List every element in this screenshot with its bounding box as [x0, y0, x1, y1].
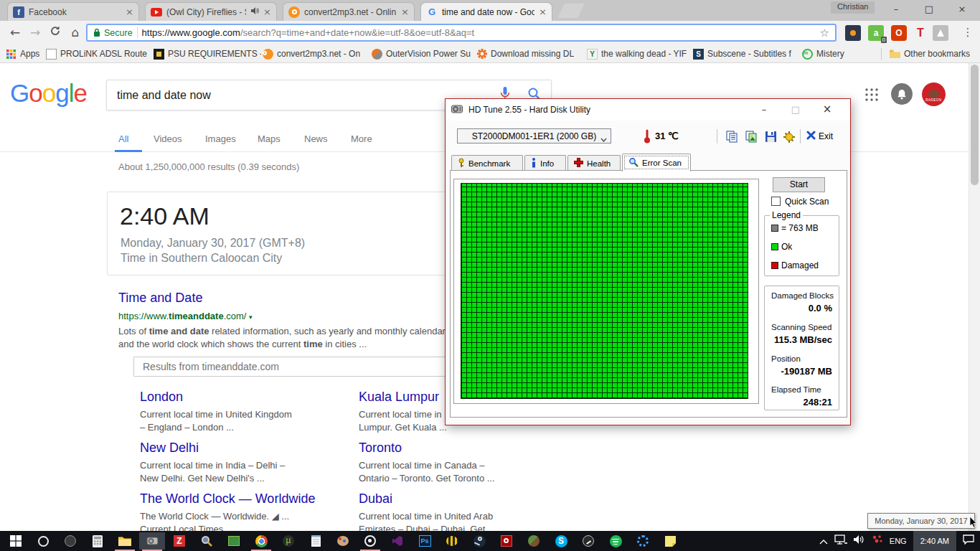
hdtune-taskbar-icon[interactable]	[139, 532, 165, 550]
copy-image-icon[interactable]	[743, 129, 759, 143]
bee-icon[interactable]	[439, 532, 465, 550]
result-title-link[interactable]: Time and Date	[118, 291, 456, 306]
search-input[interactable]	[117, 89, 500, 102]
city-title-link[interactable]: The World Clock — Worldwide	[140, 491, 355, 507]
tab-news[interactable]: News	[304, 133, 328, 144]
cortana-icon[interactable]	[30, 532, 56, 550]
new-tab-button[interactable]	[557, 4, 584, 18]
bookmark-psu-requirements[interactable]: PSU REQUIREMENTS -	[154, 47, 261, 61]
bookmark-subscene[interactable]: S Subscene - Subtitles f	[693, 47, 791, 61]
tab-close-icon[interactable]: ×	[401, 7, 409, 17]
sitesearch-input[interactable]	[133, 357, 448, 377]
city-title-link[interactable]: London	[140, 390, 355, 405]
window-close-button[interactable]: ×	[951, 1, 973, 17]
reload-icon[interactable]	[46, 24, 65, 42]
result-dropdown-icon[interactable]: ▾	[249, 314, 253, 321]
obs-studio-icon[interactable]	[357, 532, 383, 550]
bookmark-mistery[interactable]: m Mistery	[802, 47, 844, 61]
tab-close-icon[interactable]: ×	[539, 7, 547, 17]
parrot-icon[interactable]	[521, 532, 547, 550]
drive-select-dropdown[interactable]: ST2000DM001-1ER1 (2000 GB)	[457, 128, 611, 143]
extension-safeprice-icon[interactable]	[845, 25, 861, 41]
tab-images[interactable]: Images	[205, 133, 236, 144]
hdtune-close-button[interactable]: ×	[814, 99, 840, 120]
extension-hammer-icon[interactable]: T	[913, 25, 928, 41]
scrollbar-thumb[interactable]	[971, 65, 979, 185]
tab-benchmark[interactable]: Benchmark	[451, 155, 523, 171]
page-scrollbar[interactable]	[969, 63, 980, 531]
hdtune-titlebar[interactable]: HD Tune 2.55 - Hard Disk Utility – □ ×	[446, 99, 850, 121]
acrobat-icon[interactable]	[494, 532, 519, 550]
zemana-icon[interactable]: Z	[166, 532, 192, 550]
quick-scan-checkbox[interactable]	[771, 197, 781, 206]
hdtune-minimize-button[interactable]: –	[751, 99, 777, 120]
back-icon[interactable]: ←	[6, 24, 24, 42]
skype-icon[interactable]: S	[548, 532, 574, 550]
start-button[interactable]: Start	[773, 177, 825, 192]
bookmark-convert2mp3[interactable]: convert2mp3.net - On	[263, 47, 360, 61]
photoshop-icon[interactable]: Ps	[412, 532, 438, 550]
tab-all[interactable]: All	[118, 133, 128, 144]
extension-pdf-icon[interactable]	[933, 25, 948, 41]
chrome-icon[interactable]	[248, 532, 274, 550]
browser-menu-icon[interactable]: ⋮	[958, 24, 977, 42]
save-icon[interactable]	[763, 129, 778, 143]
tab-info[interactable]: Info	[524, 155, 566, 171]
city-title-link[interactable]: Dubai	[359, 491, 574, 507]
obs-icon[interactable]	[57, 532, 83, 550]
bookmark-outervision[interactable]: OuterVision Power Su	[372, 47, 471, 61]
google-apps-grid-icon[interactable]	[865, 88, 878, 104]
window-minimize-button[interactable]: –	[885, 1, 907, 17]
utorrent-icon[interactable]: µ	[275, 532, 301, 550]
volume-icon[interactable]	[854, 534, 865, 547]
extension-avast-icon[interactable]: a0	[868, 25, 884, 41]
tab-close-icon[interactable]: ×	[263, 7, 271, 17]
bookmark-download-dll[interactable]: Download missing DL	[476, 47, 574, 61]
steam-icon[interactable]	[466, 532, 492, 550]
tray-chevron-up-icon[interactable]	[819, 534, 828, 547]
paint-icon[interactable]	[330, 532, 356, 550]
gpu-z-icon[interactable]	[221, 532, 247, 550]
extension-office-icon[interactable]: O	[891, 25, 907, 41]
hdtune-maximize-button[interactable]: □	[783, 99, 809, 120]
taskbar-clock[interactable]: 2:40 AM	[913, 531, 956, 551]
network-icon[interactable]	[834, 534, 847, 547]
bookmark-star-icon[interactable]: ☆	[820, 27, 829, 39]
other-bookmarks[interactable]: Other bookmarks	[890, 47, 970, 61]
avatar[interactable]: RADEON	[922, 83, 946, 106]
speedtest-icon[interactable]	[575, 532, 601, 550]
action-center-icon[interactable]	[963, 534, 974, 547]
exit-button[interactable]: Exit	[819, 131, 833, 141]
ring-app-icon[interactable]	[630, 532, 656, 550]
visual-studio-icon[interactable]	[385, 532, 410, 550]
sticky-notes-icon[interactable]	[657, 532, 683, 550]
calculator-icon[interactable]	[85, 532, 110, 550]
tab-error-scan[interactable]: Error Scan	[622, 154, 691, 171]
tab-maps[interactable]: Maps	[258, 133, 281, 144]
tab-google-search[interactable]: G time and date now - Goo ×	[420, 2, 552, 21]
profile-name-chip[interactable]: Christian	[831, 1, 875, 14]
options-icon[interactable]	[781, 129, 797, 143]
city-title-link[interactable]: New Delhi	[140, 441, 355, 456]
tab-youtube[interactable]: (Owl City) Fireflies - S ×	[145, 2, 277, 21]
tab-facebook[interactable]: f Facebook ×	[7, 2, 139, 21]
notepad-icon[interactable]	[303, 532, 329, 550]
notifications-bell-icon[interactable]	[891, 83, 913, 105]
tab-health[interactable]: Health	[567, 155, 621, 171]
avast-tray-icon[interactable]	[872, 534, 883, 547]
tab-more[interactable]: More	[351, 133, 372, 144]
bookmark-apps[interactable]: Apps	[6, 47, 39, 61]
file-explorer-icon[interactable]	[112, 532, 138, 550]
start-button[interactable]	[3, 532, 29, 550]
tab-convert2mp3[interactable]: convert2mp3.net - Onlin ×	[283, 2, 415, 21]
bookmark-walking-dead[interactable]: Y the walking dead - YIF	[587, 47, 687, 61]
forward-icon[interactable]: →	[26, 24, 44, 42]
copy-text-icon[interactable]	[724, 129, 740, 143]
exit-x-icon[interactable]	[806, 131, 816, 142]
tab-videos[interactable]: Videos	[154, 133, 182, 144]
language-indicator[interactable]: ENG	[890, 537, 907, 545]
window-restore-button[interactable]: □	[918, 1, 940, 17]
search-tool-icon[interactable]	[194, 532, 220, 550]
city-title-link[interactable]: Toronto	[359, 441, 574, 456]
spotify-icon[interactable]	[603, 532, 628, 550]
